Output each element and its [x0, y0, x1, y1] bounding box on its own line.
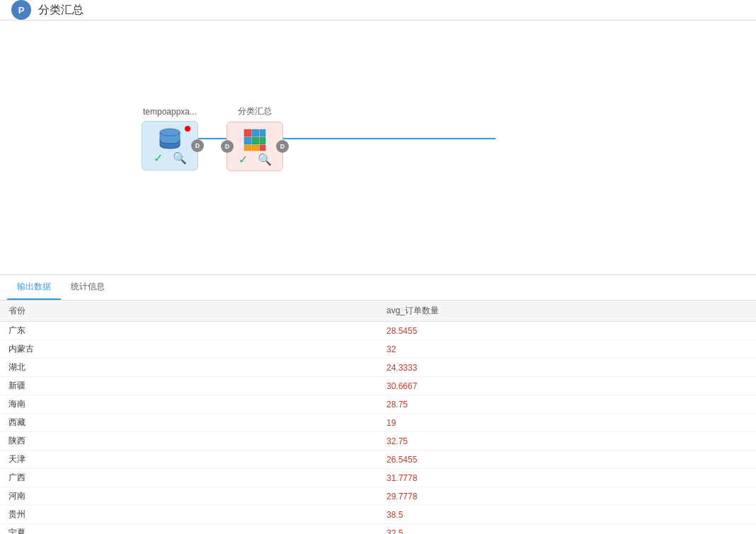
- bottom-panel: 输出数据 统计信息 省份 avg_订单数量 广东28.5455内蒙古32湖北24…: [0, 275, 756, 534]
- node-summary-box[interactable]: ✓ 🔍 D D: [227, 122, 283, 171]
- tab-stats[interactable]: 统计信息: [61, 275, 115, 300]
- tab-output[interactable]: 输出数据: [7, 275, 61, 300]
- svg-rect-2: [252, 129, 259, 137]
- cell-avg: 38.5: [378, 506, 756, 524]
- cell-avg: 28.5455: [378, 322, 756, 340]
- cell-province: 新疆: [0, 377, 378, 395]
- node-database-check[interactable]: ✓: [154, 151, 163, 165]
- tabs: 输出数据 统计信息: [0, 275, 756, 301]
- svg-rect-4: [244, 137, 251, 144]
- table-row: 广东28.5455: [0, 322, 756, 340]
- svg-rect-1: [244, 129, 251, 137]
- node-summary-search[interactable]: 🔍: [258, 153, 272, 166]
- svg-rect-7: [244, 145, 251, 151]
- node-summary: 分类汇总 ✓: [227, 105, 283, 171]
- workflow: tempoappxa... ✓ 🔍 D: [142, 105, 496, 171]
- cell-avg: 24.3333: [378, 359, 756, 377]
- table-row: 天津26.5455: [0, 451, 756, 469]
- table-row: 内蒙古32: [0, 340, 756, 359]
- node-database-actions: ✓ 🔍: [154, 151, 187, 165]
- table-row: 西藏19: [0, 414, 756, 432]
- node-summary-label: 分类汇总: [238, 105, 272, 117]
- table-row: 海南28.75: [0, 395, 756, 414]
- cell-province: 湖北: [0, 359, 378, 377]
- cell-province: 河南: [0, 487, 378, 506]
- cell-province: 内蒙古: [0, 340, 378, 359]
- node-database: tempoappxa... ✓ 🔍 D: [142, 107, 198, 170]
- table-container: 省份 avg_订单数量 广东28.5455内蒙古32湖北24.3333新疆30.…: [0, 301, 756, 534]
- node-database-search[interactable]: 🔍: [173, 151, 187, 165]
- cell-avg: 32.5: [378, 524, 756, 535]
- col-header-avg: avg_订单数量: [378, 301, 756, 322]
- cell-avg: 31.7778: [378, 469, 756, 487]
- col-header-province: 省份: [0, 301, 378, 322]
- cell-province: 陕西: [0, 432, 378, 451]
- cell-province: 西藏: [0, 414, 378, 432]
- connector-line-2: [283, 138, 496, 139]
- table-row: 陕西32.75: [0, 432, 756, 451]
- cell-avg: 32.75: [378, 432, 756, 451]
- app-icon-label: P: [18, 5, 25, 16]
- node-summary-actions: ✓ 🔍: [239, 153, 272, 166]
- grid-icon: [242, 127, 268, 153]
- cell-province: 天津: [0, 451, 378, 469]
- table-row: 广西31.7778: [0, 469, 756, 487]
- connector-line-1: [198, 138, 227, 139]
- header: P 分类汇总: [0, 0, 756, 21]
- database-icon: [157, 126, 183, 151]
- cell-province: 贵州: [0, 506, 378, 524]
- cell-province: 广东: [0, 322, 378, 340]
- table-row: 贵州38.5: [0, 506, 756, 524]
- cell-province: 广西: [0, 469, 378, 487]
- svg-rect-8: [252, 145, 259, 151]
- svg-rect-3: [260, 129, 265, 137]
- app-icon: P: [11, 0, 31, 20]
- connector-1: [198, 138, 227, 139]
- svg-rect-5: [252, 137, 259, 144]
- node-summary-port-right: D: [276, 140, 289, 153]
- cell-avg: 19: [378, 414, 756, 432]
- svg-rect-6: [260, 137, 265, 144]
- node-summary-check[interactable]: ✓: [239, 153, 248, 166]
- cell-avg: 29.7778: [378, 487, 756, 506]
- svg-rect-9: [260, 145, 265, 151]
- page-title: 分类汇总: [38, 3, 84, 18]
- app-container: P 分类汇总 tempoappxa... ✓ 🔍: [0, 0, 756, 534]
- table-row: 宁夏32.5: [0, 524, 756, 535]
- node-summary-port-left: D: [221, 140, 234, 153]
- error-dot: [185, 126, 190, 132]
- data-table: 省份 avg_订单数量 广东28.5455内蒙古32湖北24.3333新疆30.…: [0, 301, 756, 534]
- cell-avg: 26.5455: [378, 451, 756, 469]
- connector-2: [283, 138, 496, 139]
- cell-province: 海南: [0, 395, 378, 414]
- node-database-box[interactable]: ✓ 🔍 D: [142, 121, 198, 170]
- table-row: 河南29.7778: [0, 487, 756, 506]
- node-database-port-right: D: [191, 139, 204, 152]
- table-row: 新疆30.6667: [0, 377, 756, 395]
- cell-avg: 28.75: [378, 395, 756, 414]
- node-database-label: tempoappxa...: [143, 107, 197, 117]
- cell-province: 宁夏: [0, 524, 378, 535]
- cell-avg: 30.6667: [378, 377, 756, 395]
- table-row: 湖北24.3333: [0, 359, 756, 377]
- cell-avg: 32: [378, 340, 756, 359]
- canvas-area: tempoappxa... ✓ 🔍 D: [0, 21, 756, 275]
